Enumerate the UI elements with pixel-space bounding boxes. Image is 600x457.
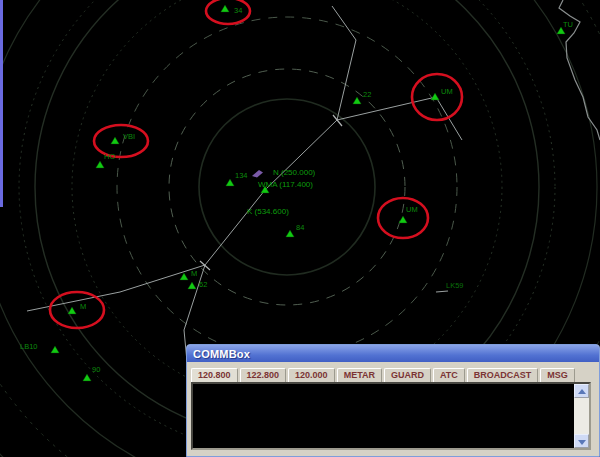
target-label: 22 <box>363 90 371 99</box>
commbox-window: COMMBox 120.800122.800120.000METARGUARDA… <box>186 344 600 457</box>
target-label: UM <box>441 87 453 96</box>
window-edge-strip <box>0 0 3 207</box>
scroll-down-icon <box>578 440 586 445</box>
scroll-down-button[interactable] <box>574 434 589 448</box>
aircraft-target[interactable] <box>221 5 229 12</box>
aircraft-target[interactable] <box>96 161 104 168</box>
datablock-line1: N (250.000) <box>273 168 316 177</box>
fix-frequency-label: K (534.600) <box>247 207 289 216</box>
target-label: 134 <box>235 171 248 180</box>
aircraft-target[interactable] <box>180 273 188 280</box>
target-label: TU <box>563 20 573 29</box>
scroll-up-icon <box>578 389 586 394</box>
target-label: 62 <box>199 280 207 289</box>
aircraft-icon <box>252 170 263 178</box>
target-label: M <box>80 302 86 311</box>
commbox-scrollbar[interactable] <box>574 384 589 448</box>
tab-120-000[interactable]: 120.000 <box>288 368 335 382</box>
aircraft-target[interactable] <box>399 216 407 223</box>
aircraft-target[interactable] <box>353 97 361 104</box>
aircraft-target[interactable] <box>431 93 439 100</box>
tab-metar[interactable]: METAR <box>337 368 382 382</box>
airway-line <box>27 265 205 311</box>
aircraft-target[interactable] <box>51 346 59 353</box>
commbox-title: COMMBox <box>193 348 250 360</box>
commbox-tabstrip: 120.800122.800120.000METARGUARDATCBROADC… <box>187 362 599 382</box>
commbox-message-area[interactable] <box>191 382 591 450</box>
target-label: M <box>191 269 197 278</box>
tab-broadcast[interactable]: BROADCAST <box>467 368 539 382</box>
tab-guard[interactable]: GUARD <box>384 368 431 382</box>
target-label: HO <box>104 152 115 161</box>
tab-120-800[interactable]: 120.800 <box>191 368 238 383</box>
target-label: 90 <box>92 365 100 374</box>
aircraft-target[interactable] <box>226 179 234 186</box>
fix-tick <box>436 291 448 292</box>
aircraft-target[interactable] <box>286 230 294 237</box>
commbox-titlebar[interactable]: COMMBox <box>187 345 599 362</box>
scroll-up-button[interactable] <box>574 384 589 398</box>
tab-atc[interactable]: ATC <box>433 368 465 382</box>
datablock-line2: WMA (117.400) <box>258 180 313 189</box>
tab-122-800[interactable]: 122.800 <box>240 368 287 382</box>
range-ring <box>72 0 502 402</box>
target-label: UM <box>406 205 418 214</box>
target-label: 84 <box>296 223 304 232</box>
aircraft-target[interactable] <box>83 374 91 381</box>
target-label: VBI <box>123 132 135 141</box>
aircraft-target[interactable] <box>188 282 196 289</box>
target-label: LB10 <box>20 342 38 351</box>
aircraft-target[interactable] <box>68 307 76 314</box>
highlight-circle <box>50 292 104 328</box>
target-label: 34 <box>234 6 242 15</box>
waypoint-label: LK59 <box>446 281 464 290</box>
tab-msg[interactable]: MSG <box>540 368 575 382</box>
aircraft-target[interactable] <box>111 137 119 144</box>
radar-screen: 34TUUMVBIHO1348422UMMM62LB1090N (250.000… <box>0 0 600 457</box>
